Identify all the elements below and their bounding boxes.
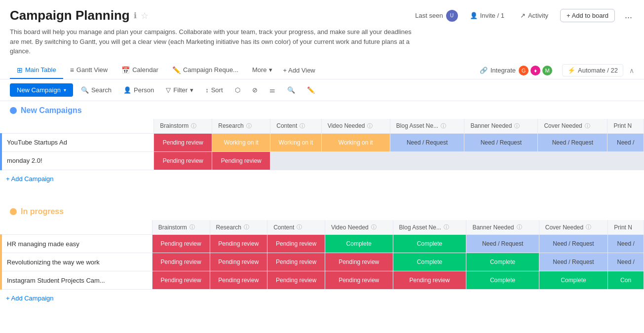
add-campaign-row-2[interactable]: + Add Campaign [1,290,644,307]
cell-research[interactable]: Pending review [212,151,270,170]
cell-print[interactable]: Con [608,271,644,290]
cell-content[interactable] [270,151,321,170]
title-area: Campaign Planning ℹ ☆ [10,8,149,23]
info-icon[interactable]: ℹ [134,11,137,20]
cell-brainstorm[interactable]: Pending review [152,271,210,290]
cell-banner[interactable]: Need / Request [466,235,539,253]
research-info-icon-2[interactable]: ⓘ [244,223,249,231]
cell-brainstorm[interactable]: Pending review [152,253,210,271]
row-name-cell: Instagram Student Projects Cam... ⊕ [1,271,152,290]
hide-button[interactable]: ⊘ [248,84,262,96]
cell-video[interactable]: Pending review [325,271,393,290]
cell-cover[interactable]: Need / Request [538,133,607,151]
cell-brainstorm[interactable]: Pending review [154,151,212,170]
group-dot-new-campaigns [10,107,17,114]
edit-button[interactable]: ✏️ [303,84,319,96]
cover-info-icon-2[interactable]: ⓘ [586,223,591,231]
cell-video[interactable]: Complete [325,235,393,253]
cell-content[interactable]: Pending review [267,271,325,290]
video-info-icon-2[interactable]: ⓘ [371,223,377,231]
cell-blog[interactable] [390,151,464,170]
cell-brainstorm[interactable]: Pending review [154,133,212,151]
blog-info-icon-2[interactable]: ⓘ [444,223,449,231]
add-view-button[interactable]: + Add View [279,65,319,76]
tab-campaign-reque[interactable]: ✏️ Campaign Reque... [165,62,245,79]
cell-blog[interactable]: Complete [393,235,466,253]
cell-banner[interactable] [464,151,538,170]
add-campaign-row[interactable]: + Add Campaign [1,170,644,187]
group-title-in-progress[interactable]: In progress [21,207,64,216]
group-in-progress: In progress Brainstormⓘ Researchⓘ Conten… [0,202,644,307]
group-icon: ⚌ [269,86,275,94]
th-research: Researchⓘ [210,220,267,235]
add-campaign-label[interactable]: + Add Campaign [1,170,644,187]
cell-cover[interactable]: Complete [539,271,607,290]
th-content: Contentⓘ [267,220,325,235]
cell-print[interactable]: Need / [608,253,644,271]
row-name-label: Revolutionizing the way we work [7,259,100,266]
banner-info-icon[interactable]: ⓘ [514,122,520,130]
content-info-icon-2[interactable]: ⓘ [297,223,302,231]
activity-button[interactable]: ↗ Activity [516,10,552,21]
research-info-icon[interactable]: ⓘ [246,122,252,130]
sort-button[interactable]: ↕ Sort [201,84,227,96]
invite-icon: 👤 [470,12,478,19]
collapse-button[interactable]: ∧ [629,67,634,74]
brainstorm-info-icon-2[interactable]: ⓘ [189,223,195,231]
cell-research[interactable]: Working on it [212,133,270,151]
brainstorm-info-icon[interactable]: ⓘ [191,122,196,130]
cell-blog[interactable]: Complete [393,253,466,271]
link-button[interactable]: ⬡ [231,84,244,96]
cell-banner[interactable]: Need / Request [464,133,538,151]
cell-research[interactable]: Pending review [210,253,267,271]
tab-more[interactable]: More ▾ [245,62,279,78]
content-info-icon[interactable]: ⓘ [300,122,305,130]
cell-brainstorm[interactable]: Pending review [152,235,210,253]
cell-research[interactable]: Pending review [210,271,267,290]
collapse-rows-button[interactable]: 🔍 [283,84,299,96]
filter-button[interactable]: ▽ Filter ▾ [162,84,197,96]
cell-blog[interactable]: Need / Request [390,133,464,151]
video-info-icon[interactable]: ⓘ [367,122,373,130]
cell-print[interactable] [607,151,644,170]
cell-blog[interactable]: Pending review [393,271,466,290]
cell-research[interactable]: Pending review [210,235,267,253]
page-description: This board will help you manage and plan… [10,27,415,56]
cell-video[interactable]: Working on it [321,133,390,151]
cover-info-icon[interactable]: ⓘ [585,122,590,130]
group-title-new-campaigns[interactable]: New Campaigns [21,106,82,115]
chevron-down-icon: ▾ [269,66,272,74]
cell-content[interactable]: Pending review [267,235,325,253]
more-options-button[interactable]: ... [623,8,634,23]
cell-cover[interactable]: Need / Request [539,253,607,271]
add-to-board-button[interactable]: + Add to board [560,9,615,22]
cell-cover[interactable] [538,151,607,170]
star-icon[interactable]: ☆ [141,10,149,21]
cell-banner[interactable]: Complete [466,271,539,290]
th-banner-needed: Banner Neededⓘ [466,220,539,235]
th-content: Contentⓘ [270,119,321,134]
cell-content[interactable]: Pending review [267,253,325,271]
th-cover-needed: Cover Neededⓘ [538,119,607,134]
cell-content[interactable]: Working on it [270,133,321,151]
tab-main-table[interactable]: ⊞ Main Table [10,62,63,79]
cell-print[interactable]: Need / [607,133,644,151]
cell-cover[interactable]: Need / Request [539,235,607,253]
edit-icon: ✏️ [307,86,315,94]
new-campaign-button[interactable]: New Campaign ▾ [10,83,73,97]
automate-button[interactable]: ⚡ Automate / 22 [562,64,623,76]
cell-banner[interactable]: Complete [466,253,539,271]
tab-calendar[interactable]: 📅 Calendar [114,62,165,79]
search-button[interactable]: 🔍 Search [77,84,115,96]
invite-button[interactable]: 👤 Invite / 1 [466,10,508,21]
add-campaign-label-2[interactable]: + Add Campaign [1,290,644,307]
cell-video[interactable]: Pending review [325,253,393,271]
cell-video[interactable] [321,151,390,170]
person-button[interactable]: 👤 Person [119,84,158,96]
blog-info-icon[interactable]: ⓘ [441,122,446,130]
cell-print[interactable]: Need / [608,235,644,253]
integrate-button[interactable]: 🔗 Integrate G ♦ M [476,64,556,77]
banner-info-icon-2[interactable]: ⓘ [517,223,522,231]
group-by-button[interactable]: ⚌ [265,84,279,96]
tab-gantt-view[interactable]: ≡ Gantt View [63,62,115,79]
